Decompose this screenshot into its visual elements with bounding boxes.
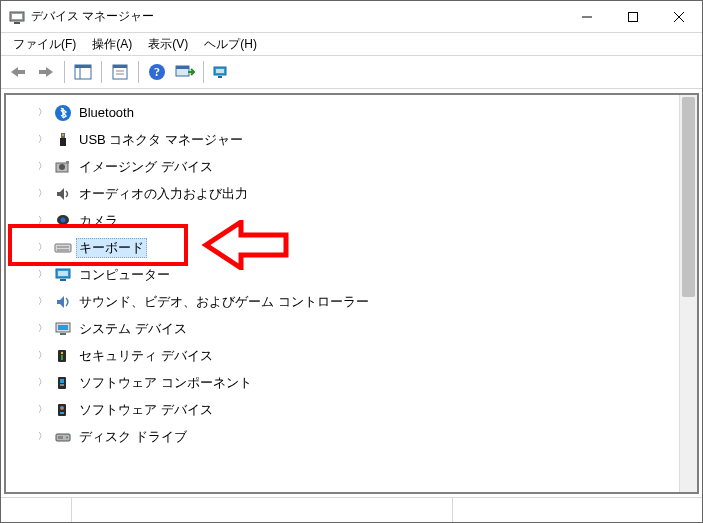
vertical-scrollbar[interactable] <box>679 95 697 492</box>
svg-point-43 <box>61 351 63 353</box>
svg-rect-2 <box>14 22 20 24</box>
security-icon <box>54 347 72 365</box>
svg-rect-10 <box>75 65 91 68</box>
component-icon <box>54 374 72 392</box>
toolbar-properties-button[interactable] <box>107 59 133 85</box>
tree-item-label: カメラ <box>76 211 121 231</box>
minimize-button[interactable] <box>564 1 610 32</box>
toolbar-help-button[interactable]: ? <box>144 59 170 85</box>
device-tree[interactable]: 〉Bluetooth〉USB コネクタ マネージャー〉イメージング デバイス〉オ… <box>6 95 680 492</box>
menu-help[interactable]: ヘルプ(H) <box>196 34 265 55</box>
tree-item-computer[interactable]: 〉コンピューター <box>36 261 680 288</box>
svg-point-52 <box>66 436 68 438</box>
svg-rect-25 <box>60 138 66 146</box>
tree-item-label: ソフトウェア デバイス <box>76 400 216 420</box>
camera-icon <box>54 212 72 230</box>
svg-rect-47 <box>60 384 64 386</box>
audio-icon <box>54 185 72 203</box>
tree-item-label: ディスク ドライブ <box>76 427 190 447</box>
expand-chevron-icon[interactable]: 〉 <box>36 215 48 227</box>
status-cell <box>72 498 453 522</box>
expand-chevron-icon[interactable]: 〉 <box>36 161 48 173</box>
tree-item-imaging[interactable]: 〉イメージング デバイス <box>36 153 680 180</box>
tree-item-label: イメージング デバイス <box>76 157 216 177</box>
close-button[interactable] <box>656 1 702 32</box>
toolbar-devices-button[interactable] <box>209 59 235 85</box>
svg-rect-37 <box>58 271 68 276</box>
expand-chevron-icon[interactable]: 〉 <box>36 134 48 146</box>
expand-chevron-icon[interactable]: 〉 <box>36 188 48 200</box>
device-manager-window: デバイス マネージャー ファイル(F) 操作(A) 表示(V) ヘルプ(H) <box>0 0 703 523</box>
tree-item-label: ソフトウェア コンポーネント <box>76 373 255 393</box>
menubar: ファイル(F) 操作(A) 表示(V) ヘルプ(H) <box>1 33 702 56</box>
svg-rect-8 <box>39 70 46 74</box>
expand-chevron-icon[interactable]: 〉 <box>36 269 48 281</box>
expand-chevron-icon[interactable]: 〉 <box>36 296 48 308</box>
tree-item-label: セキュリティ デバイス <box>76 346 216 366</box>
expand-chevron-icon[interactable]: 〉 <box>36 323 48 335</box>
tree-item-label: サウンド、ビデオ、およびゲーム コントローラー <box>76 292 372 312</box>
tree-item-system[interactable]: 〉システム デバイス <box>36 315 680 342</box>
expand-chevron-icon[interactable]: 〉 <box>36 404 48 416</box>
tree-item-component[interactable]: 〉ソフトウェア コンポーネント <box>36 369 680 396</box>
svg-rect-33 <box>55 244 71 252</box>
keyboard-icon <box>54 239 72 257</box>
svg-rect-41 <box>60 333 66 335</box>
tree-item-label: キーボード <box>76 238 147 258</box>
svg-rect-21 <box>216 69 224 73</box>
toolbar-show-hide-tree-button[interactable] <box>70 59 96 85</box>
tree-item-sound[interactable]: 〉サウンド、ビデオ、およびゲーム コントローラー <box>36 288 680 315</box>
computer-icon <box>54 266 72 284</box>
svg-rect-13 <box>113 65 127 68</box>
tree-item-bluetooth[interactable]: 〉Bluetooth <box>36 99 680 126</box>
status-cell <box>1 498 72 522</box>
svg-rect-7 <box>18 70 25 74</box>
menu-file[interactable]: ファイル(F) <box>5 34 84 55</box>
toolbar-separator <box>101 61 102 83</box>
svg-rect-40 <box>58 325 68 330</box>
maximize-button[interactable] <box>610 1 656 32</box>
tree-item-label: Bluetooth <box>76 104 137 121</box>
menu-action[interactable]: 操作(A) <box>84 34 140 55</box>
tree-item-swdev[interactable]: 〉ソフトウェア デバイス <box>36 396 680 423</box>
tree-item-disk[interactable]: 〉ディスク ドライブ <box>36 423 680 450</box>
app-icon <box>9 9 25 25</box>
toolbar-back-button[interactable] <box>5 59 31 85</box>
svg-rect-22 <box>218 76 222 78</box>
expand-chevron-icon[interactable]: 〉 <box>36 350 48 362</box>
svg-rect-32 <box>61 225 65 228</box>
svg-rect-50 <box>60 412 64 414</box>
tree-item-security[interactable]: 〉セキュリティ デバイス <box>36 342 680 369</box>
scrollbar-thumb[interactable] <box>682 97 695 297</box>
tree-item-keyboard[interactable]: 〉キーボード <box>36 234 680 261</box>
tree-item-label: システム デバイス <box>76 319 190 339</box>
svg-text:?: ? <box>154 65 160 79</box>
toolbar-separator <box>138 61 139 83</box>
svg-rect-19 <box>176 66 189 69</box>
sound-icon <box>54 293 72 311</box>
imaging-icon <box>54 158 72 176</box>
tree-item-usb[interactable]: 〉USB コネクタ マネージャー <box>36 126 680 153</box>
client-area: 〉Bluetooth〉USB コネクタ マネージャー〉イメージング デバイス〉オ… <box>1 89 702 497</box>
toolbar-forward-button[interactable] <box>33 59 59 85</box>
svg-rect-26 <box>62 134 64 136</box>
menu-view[interactable]: 表示(V) <box>140 34 196 55</box>
bluetooth-icon <box>54 104 72 122</box>
toolbar-scan-hardware-button[interactable] <box>172 59 198 85</box>
usb-icon <box>54 131 72 149</box>
expand-chevron-icon[interactable]: 〉 <box>36 107 48 119</box>
toolbar-separator <box>64 61 65 83</box>
svg-rect-38 <box>60 279 66 281</box>
expand-chevron-icon[interactable]: 〉 <box>36 377 48 389</box>
window-controls <box>564 1 702 32</box>
svg-rect-29 <box>66 161 69 164</box>
tree-item-label: オーディオの入力および出力 <box>76 184 251 204</box>
tree-item-audio[interactable]: 〉オーディオの入力および出力 <box>36 180 680 207</box>
expand-chevron-icon[interactable]: 〉 <box>36 431 48 443</box>
svg-point-49 <box>60 406 64 410</box>
disk-icon <box>54 428 72 446</box>
expand-chevron-icon[interactable]: 〉 <box>36 242 48 254</box>
svg-point-31 <box>61 217 66 222</box>
tree-item-camera[interactable]: 〉カメラ <box>36 207 680 234</box>
toolbar: ? <box>1 56 702 89</box>
